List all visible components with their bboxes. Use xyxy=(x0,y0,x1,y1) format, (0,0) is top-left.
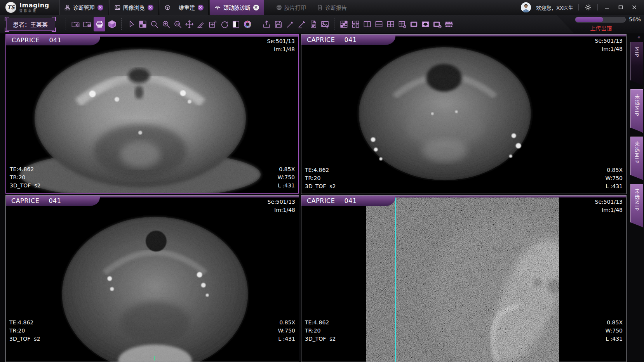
report-icon xyxy=(317,5,323,10)
viewport-top-right[interactable]: CAPRICE 041 Se:501/13 Im:1/48 TE:4.862 T… xyxy=(301,34,627,194)
te-label: TE:4.862 xyxy=(9,319,40,327)
tab-label: 图像浏览 xyxy=(123,3,145,11)
series-label: Se:501/13 xyxy=(267,37,295,45)
printer-icon xyxy=(276,5,282,10)
welcome-text: 欢迎您，XX医生 xyxy=(536,4,573,11)
sitemap-icon xyxy=(64,5,70,10)
tr-label: TR:20 xyxy=(305,174,336,182)
checker-layout-icon[interactable] xyxy=(138,17,148,31)
window-level-label: L :431 xyxy=(278,182,295,190)
tab-image-browse[interactable]: 图像浏览 xyxy=(110,0,158,15)
upload-percent-label: 56% xyxy=(629,16,641,23)
close-cell-icon[interactable] xyxy=(397,17,407,31)
settings-gear-icon[interactable] xyxy=(584,3,592,12)
pointer-icon[interactable] xyxy=(126,17,136,31)
menu-diagnosis-report[interactable]: 诊断报告 xyxy=(317,3,347,11)
te-label: TE:4.862 xyxy=(305,166,336,174)
user-avatar[interactable] xyxy=(521,2,531,12)
display-overlay: 0.85X W:750 L :431 xyxy=(278,319,295,343)
upload-progress-fill xyxy=(575,17,603,22)
viewport-title-tab: CAPRICE 041 xyxy=(6,35,100,45)
tab-label: 诊断管理 xyxy=(73,3,95,11)
disabled-menu-items: 胶片打印 诊断报告 xyxy=(276,3,347,11)
patient-name-label: 患者：王某某 xyxy=(6,18,54,31)
tab-carotid-diagnosis[interactable]: 颈动脉诊断 xyxy=(210,0,264,15)
divider xyxy=(597,4,598,10)
remove-rect-icon[interactable] xyxy=(432,17,442,31)
probe-icon[interactable] xyxy=(285,17,295,31)
save-icon[interactable] xyxy=(273,17,283,31)
pan-icon[interactable] xyxy=(184,17,194,31)
series-label: Se:501/13 xyxy=(268,198,295,206)
viewport-top-left[interactable]: CAPRICE 041 Se:501/13 Im:1/48 TE:4.862 T… xyxy=(5,34,299,194)
upload-error-label[interactable]: 上传出错 xyxy=(575,24,627,32)
window-width-label: W:750 xyxy=(278,327,295,335)
upload-icon[interactable] xyxy=(261,17,272,31)
menu-item-label: 胶片打印 xyxy=(284,3,306,11)
open-study-icon[interactable] xyxy=(70,17,80,31)
3d-volume-icon[interactable] xyxy=(107,17,117,31)
pseudo-color-icon[interactable] xyxy=(242,17,252,31)
image-index-label: Im:1/48 xyxy=(267,45,295,54)
logo-monogram: TS xyxy=(5,2,16,13)
corner-mark xyxy=(5,17,9,21)
tab-close-icon[interactable] xyxy=(253,5,259,10)
layout-3x3-icon[interactable] xyxy=(339,17,349,31)
fill-ellipse-icon[interactable] xyxy=(420,17,430,31)
application-window: { "app": { "logo_monogram": "TS", "brand… xyxy=(0,0,644,362)
layout-2x1-icon[interactable] xyxy=(374,17,384,31)
rotate-icon[interactable] xyxy=(219,17,229,31)
export-image-icon[interactable] xyxy=(320,17,330,31)
sidebar-tab-label: 未选MIP xyxy=(633,94,641,117)
image-index-label: Im:1/48 xyxy=(268,206,295,214)
probe-baseline-icon[interactable] xyxy=(296,17,306,31)
tab-diagnosis-management[interactable]: 诊断管理 xyxy=(59,0,108,15)
fill-rect-icon[interactable] xyxy=(409,17,419,31)
reference-line[interactable] xyxy=(395,197,396,362)
sidebar-tab-unselected-mip-1[interactable]: 未选MIP xyxy=(630,89,643,133)
workspace-tabs: 诊断管理 图像浏览 三维重建 xyxy=(59,0,265,15)
window-level-icon[interactable] xyxy=(231,17,241,31)
zoom-in-icon[interactable] xyxy=(161,17,171,31)
layout-1x2-icon[interactable] xyxy=(362,17,372,31)
tab-close-icon[interactable] xyxy=(148,5,153,10)
tab-3d-reconstruction[interactable]: 三维重建 xyxy=(160,0,209,15)
new-study-icon[interactable] xyxy=(82,17,92,31)
viewport-bottom-right[interactable]: CAPRICE 041 Se:501/13 Im:1/48 TE:4.862 T… xyxy=(301,195,627,362)
print-icon[interactable] xyxy=(94,17,105,31)
close-button[interactable] xyxy=(630,3,639,12)
sidebar-tab-label: 未选MIP xyxy=(633,141,641,164)
series-number: 041 xyxy=(344,36,357,43)
magnifier-icon[interactable] xyxy=(149,17,159,31)
toolbar-separator xyxy=(334,18,334,30)
toolbar-separator xyxy=(66,18,66,30)
minimize-button[interactable] xyxy=(603,3,611,12)
filmstrip-icon[interactable] xyxy=(444,17,454,31)
layout-2x2-icon[interactable] xyxy=(385,17,395,31)
window-level-label: L :431 xyxy=(278,335,295,343)
sidebar-tab-unselected-mip-2[interactable]: 未选MIP xyxy=(630,137,643,180)
series-info-overlay: Se:501/13 Im:1/48 xyxy=(595,37,623,53)
collapse-sidebar-icon[interactable]: « xyxy=(637,34,644,41)
tab-close-icon[interactable] xyxy=(198,5,204,10)
zoom-factor-label: 0.85X xyxy=(278,165,295,173)
svg-text:x2: x2 xyxy=(176,22,179,25)
maximize-button[interactable] xyxy=(616,3,625,12)
zoom-2x-icon[interactable]: x2 xyxy=(172,17,183,31)
sidebar-tab-unselected-mip-3[interactable]: 未选MIP xyxy=(630,184,643,227)
viewport-bottom-left[interactable]: CAPRICE 041 Se:501/13 Im:1/48 TE:4.862 T… xyxy=(5,195,299,362)
menu-film-print[interactable]: 胶片打印 xyxy=(276,3,306,11)
acquisition-overlay: TE:4.862 TR:20 3D_TOF s2 xyxy=(305,319,336,343)
acquisition-overlay: TE:4.862 TR:20 3D_TOF s2 xyxy=(9,319,40,343)
device-name: CAPRICE xyxy=(12,36,40,44)
series-info-overlay: Se:501/13 Im:1/48 xyxy=(267,37,295,54)
new-report-icon[interactable] xyxy=(308,17,318,31)
device-name: CAPRICE xyxy=(11,197,39,204)
sidebar-tab-mip[interactable]: MIP xyxy=(630,42,643,85)
measure-icon[interactable] xyxy=(196,17,206,31)
te-label: TE:4.862 xyxy=(305,319,336,327)
layout-tiles-icon[interactable] xyxy=(350,17,360,31)
add-roi-icon[interactable] xyxy=(207,17,218,31)
viewport-title-tab: CAPRICE 041 xyxy=(6,196,100,206)
tab-close-icon[interactable] xyxy=(97,5,103,10)
